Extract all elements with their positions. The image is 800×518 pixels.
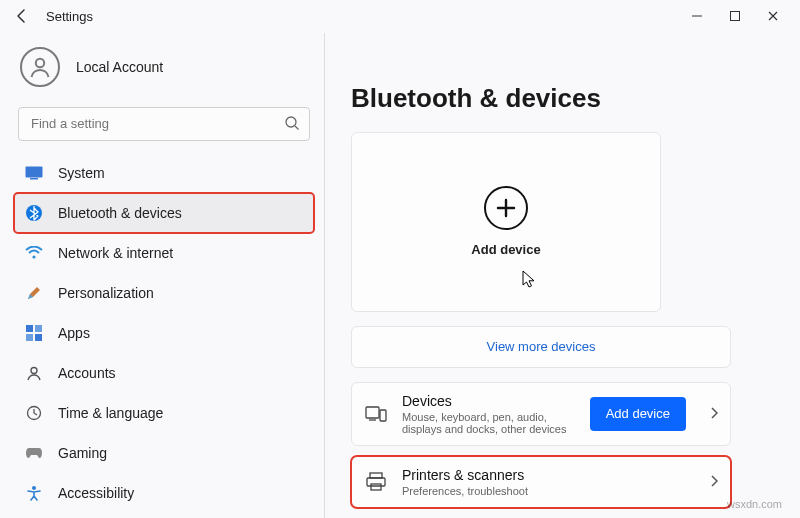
nav-label: Bluetooth & devices (58, 205, 182, 221)
printer-icon (364, 470, 388, 494)
back-button[interactable] (8, 2, 36, 30)
page-heading: Bluetooth & devices (351, 83, 780, 114)
nav-label: Accessibility (58, 485, 134, 501)
account-section[interactable]: Local Account (14, 41, 314, 101)
nav-label: Time & language (58, 405, 163, 421)
add-device-label: Add device (471, 242, 540, 257)
svg-rect-9 (26, 325, 33, 332)
svg-rect-12 (35, 334, 42, 341)
nav-time-language[interactable]: Time & language (14, 393, 314, 433)
nav-label: Apps (58, 325, 90, 341)
nav-privacy-security[interactable]: Privacy & security (14, 513, 314, 518)
printers-title: Printers & scanners (402, 467, 696, 483)
svg-rect-16 (366, 407, 379, 418)
settings-window: Settings Local Account (0, 0, 800, 518)
nav-network[interactable]: Network & internet (14, 233, 314, 273)
view-more-label: View more devices (487, 339, 596, 354)
view-more-devices-button[interactable]: View more devices (351, 326, 731, 368)
search-input[interactable] (18, 107, 310, 141)
clock-icon (24, 403, 44, 423)
devices-row[interactable]: Devices Mouse, keyboard, pen, audio, dis… (351, 382, 731, 446)
avatar (20, 47, 60, 87)
nav-label: Network & internet (58, 245, 173, 261)
system-icon (24, 163, 44, 183)
minimize-button[interactable] (690, 10, 704, 22)
nav-accounts[interactable]: Accounts (14, 353, 314, 393)
devices-subtitle: Mouse, keyboard, pen, audio, displays an… (402, 411, 576, 435)
svg-rect-11 (26, 334, 33, 341)
svg-rect-10 (35, 325, 42, 332)
svg-rect-19 (370, 473, 382, 478)
person-icon (28, 55, 52, 79)
window-title: Settings (46, 9, 93, 24)
nav-accessibility[interactable]: Accessibility (14, 473, 314, 513)
svg-point-3 (286, 117, 296, 127)
watermark: wsxdn.com (727, 498, 782, 510)
nav-apps[interactable]: Apps (14, 313, 314, 353)
sidebar: Local Account System Bluetooth & devices (0, 33, 325, 518)
svg-rect-5 (26, 166, 43, 177)
wifi-icon (24, 243, 44, 263)
svg-line-4 (295, 126, 299, 130)
nav-list: System Bluetooth & devices Network & int… (14, 153, 314, 518)
arrow-left-icon (14, 8, 30, 24)
nav-label: System (58, 165, 105, 181)
main-content: Bluetooth & devices Add device View more… (325, 33, 800, 518)
search-icon (284, 115, 300, 135)
chevron-right-icon (710, 473, 718, 491)
brush-icon (24, 283, 44, 303)
svg-rect-21 (371, 484, 381, 490)
svg-rect-20 (367, 478, 385, 486)
bluetooth-icon (24, 203, 44, 223)
accounts-icon (24, 363, 44, 383)
nav-label: Personalization (58, 285, 154, 301)
nav-personalization[interactable]: Personalization (14, 273, 314, 313)
devices-title: Devices (402, 393, 576, 409)
plus-icon (484, 186, 528, 230)
svg-rect-17 (380, 410, 386, 421)
printers-text: Printers & scanners Preferences, trouble… (402, 467, 696, 497)
body: Local Account System Bluetooth & devices (0, 33, 800, 518)
titlebar: Settings (0, 0, 800, 33)
gaming-icon (24, 443, 44, 463)
nav-label: Accounts (58, 365, 116, 381)
nav-bluetooth-devices[interactable]: Bluetooth & devices (14, 193, 314, 233)
window-controls (690, 10, 792, 22)
svg-point-2 (36, 59, 44, 67)
devices-icon (364, 402, 388, 426)
chevron-right-icon (710, 405, 718, 423)
svg-rect-6 (30, 178, 38, 180)
maximize-button[interactable] (728, 10, 742, 22)
close-button[interactable] (766, 10, 780, 22)
search-box (18, 107, 310, 141)
nav-gaming[interactable]: Gaming (14, 433, 314, 473)
account-name: Local Account (76, 59, 163, 75)
svg-rect-1 (731, 12, 740, 21)
add-device-card[interactable]: Add device (351, 132, 661, 312)
apps-icon (24, 323, 44, 343)
nav-system[interactable]: System (14, 153, 314, 193)
nav-label: Gaming (58, 445, 107, 461)
svg-point-15 (32, 486, 36, 490)
printers-scanners-row[interactable]: Printers & scanners Preferences, trouble… (351, 456, 731, 508)
printers-subtitle: Preferences, troubleshoot (402, 485, 696, 497)
svg-point-8 (32, 255, 35, 258)
devices-text: Devices Mouse, keyboard, pen, audio, dis… (402, 393, 576, 435)
accessibility-icon (24, 483, 44, 503)
add-device-button[interactable]: Add device (590, 397, 686, 431)
svg-point-13 (31, 367, 37, 373)
